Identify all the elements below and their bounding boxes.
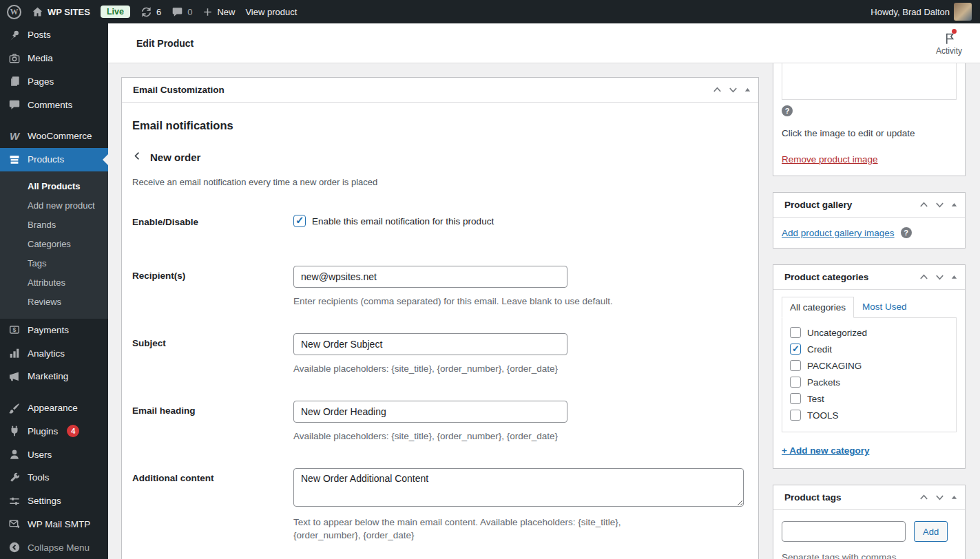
view-product-link[interactable]: View product bbox=[245, 7, 297, 17]
email-description: Receive an email notification every time… bbox=[132, 177, 747, 187]
category-item[interactable]: Credit bbox=[790, 344, 948, 355]
archive-box-icon bbox=[8, 153, 21, 167]
product-categories-metabox: Product categories All categories Most U… bbox=[773, 264, 966, 469]
sidebar-item-payments[interactable]: $ Payments bbox=[0, 319, 108, 342]
sidebar-item-posts[interactable]: Posts bbox=[0, 23, 108, 47]
recipients-label: Recipient(s) bbox=[132, 266, 293, 308]
back-chevron-icon[interactable] bbox=[132, 151, 143, 163]
help-icon[interactable]: ? bbox=[782, 105, 793, 116]
toggle-panel-icon[interactable] bbox=[744, 86, 751, 94]
page-title: Edit Product bbox=[136, 38, 194, 49]
email-customization-header[interactable]: Email Customization bbox=[122, 78, 758, 103]
additional-content-label: Additional content bbox=[132, 468, 293, 542]
sidebar-item-settings[interactable]: Settings bbox=[0, 489, 108, 513]
toggle-panel-icon[interactable] bbox=[950, 273, 958, 281]
sidebar-item-woocommerce[interactable]: W WooCommerce bbox=[0, 125, 108, 148]
woocommerce-icon: W bbox=[8, 129, 21, 143]
category-item[interactable]: TOOLS bbox=[790, 410, 948, 421]
sidebar-item-appearance[interactable]: Appearance bbox=[0, 397, 108, 420]
email-heading-help: Available placeholders: {site_title}, {o… bbox=[293, 430, 567, 443]
my-account-link[interactable]: Howdy, Brad Dalton bbox=[870, 3, 972, 21]
product-tags-metabox: Product tags Add Separate tags with comm bbox=[773, 485, 966, 559]
move-down-icon[interactable] bbox=[935, 200, 945, 210]
move-up-icon[interactable] bbox=[919, 200, 929, 210]
tab-all-categories[interactable]: All categories bbox=[782, 297, 854, 318]
email-customization-metabox: Email Customization Email notifications … bbox=[121, 77, 759, 559]
activity-unread-dot bbox=[952, 29, 957, 34]
activity-button[interactable]: Activity bbox=[932, 28, 966, 59]
category-item[interactable]: Uncategorized bbox=[790, 327, 948, 338]
plus-icon bbox=[202, 7, 213, 17]
toggle-panel-icon[interactable] bbox=[950, 201, 958, 209]
add-tag-button[interactable]: Add bbox=[914, 521, 948, 542]
category-checkbox[interactable] bbox=[790, 360, 801, 371]
sidebar-item-marketing[interactable]: Marketing bbox=[0, 365, 108, 388]
category-checkbox[interactable] bbox=[790, 344, 801, 355]
category-checkbox[interactable] bbox=[790, 410, 801, 421]
sidebar-item-products[interactable]: Products bbox=[0, 148, 108, 171]
help-icon[interactable]: ? bbox=[901, 227, 912, 238]
new-content-link[interactable]: New bbox=[202, 7, 235, 17]
sidebar-item-wp-mail-smtp[interactable]: WP Mail SMTP bbox=[0, 513, 108, 536]
product-image-thumbnail[interactable] bbox=[782, 63, 957, 100]
category-item[interactable]: Packets bbox=[790, 377, 948, 388]
product-image-hint: Click the image to edit or update bbox=[782, 128, 957, 138]
submenu-attributes[interactable]: Attributes bbox=[0, 273, 108, 293]
new-tag-input[interactable] bbox=[782, 521, 906, 542]
submenu-tags[interactable]: Tags bbox=[0, 254, 108, 273]
remove-product-image-link[interactable]: Remove product image bbox=[782, 154, 878, 165]
sidebar-item-comments[interactable]: Comments bbox=[0, 93, 108, 116]
category-checkbox[interactable] bbox=[790, 393, 801, 404]
product-gallery-header[interactable]: Product gallery bbox=[773, 193, 965, 218]
email-heading-input[interactable] bbox=[293, 401, 567, 423]
move-up-icon[interactable] bbox=[919, 272, 929, 282]
comments-link[interactable]: 0 bbox=[171, 6, 192, 18]
collapse-menu-button[interactable]: Collapse Menu bbox=[0, 536, 108, 559]
dollar-icon: $ bbox=[8, 323, 21, 337]
move-down-icon[interactable] bbox=[935, 272, 945, 282]
product-categories-header[interactable]: Product categories bbox=[773, 265, 965, 290]
sidebar-item-analytics[interactable]: Analytics bbox=[0, 341, 108, 365]
sidebar-item-pages[interactable]: Pages bbox=[0, 70, 108, 94]
wp-logo-button[interactable]: W bbox=[7, 5, 21, 19]
email-notifications-heading: Email notifications bbox=[132, 119, 747, 132]
category-checkbox[interactable] bbox=[790, 327, 801, 338]
add-new-category-link[interactable]: + Add new category bbox=[782, 445, 869, 456]
add-gallery-images-link[interactable]: Add product gallery images bbox=[782, 228, 895, 238]
content-area: Email Customization Email notifications … bbox=[108, 63, 980, 559]
product-image-metabox: ? Click the image to edit or update Remo… bbox=[773, 63, 966, 176]
sidebar-item-tools[interactable]: Tools bbox=[0, 466, 108, 489]
new-order-heading: New order bbox=[150, 151, 200, 163]
pages-icon bbox=[8, 74, 21, 88]
sidebar-item-media[interactable]: Media bbox=[0, 47, 108, 70]
subject-input[interactable] bbox=[293, 333, 567, 355]
additional-content-textarea[interactable]: New Order Additional Content bbox=[293, 468, 744, 507]
sidebar-item-plugins[interactable]: Plugins 4 bbox=[0, 420, 108, 443]
move-down-icon[interactable] bbox=[728, 85, 738, 95]
enable-checkbox[interactable] bbox=[293, 215, 306, 227]
move-up-icon[interactable] bbox=[712, 85, 722, 95]
category-checkbox[interactable] bbox=[790, 377, 801, 388]
submenu-brands[interactable]: Brands bbox=[0, 215, 108, 235]
move-down-icon[interactable] bbox=[935, 492, 945, 503]
media-icon bbox=[8, 52, 21, 65]
refresh-icon bbox=[140, 6, 152, 18]
submenu-all-products[interactable]: All Products bbox=[0, 177, 108, 196]
category-checklist: Uncategorized Credit PACKAGING bbox=[782, 317, 957, 432]
submenu-add-new-product[interactable]: Add new product bbox=[0, 196, 108, 215]
category-item[interactable]: Test bbox=[790, 393, 948, 404]
product-tags-header[interactable]: Product tags bbox=[773, 485, 965, 510]
toggle-panel-icon[interactable] bbox=[950, 494, 958, 501]
sidebar-item-users[interactable]: Users bbox=[0, 443, 108, 466]
move-up-icon[interactable] bbox=[919, 492, 929, 503]
home-icon bbox=[32, 6, 43, 18]
bar-chart-icon bbox=[8, 346, 21, 360]
tab-most-used[interactable]: Most Used bbox=[854, 297, 915, 317]
category-item[interactable]: PACKAGING bbox=[790, 360, 948, 371]
updates-link[interactable]: 6 bbox=[140, 6, 161, 18]
metabox-title: Email Customization bbox=[133, 85, 225, 95]
submenu-categories[interactable]: Categories bbox=[0, 235, 108, 254]
site-name-link[interactable]: WP SITES bbox=[32, 6, 90, 18]
submenu-reviews[interactable]: Reviews bbox=[0, 293, 108, 312]
recipients-input[interactable] bbox=[293, 266, 567, 288]
